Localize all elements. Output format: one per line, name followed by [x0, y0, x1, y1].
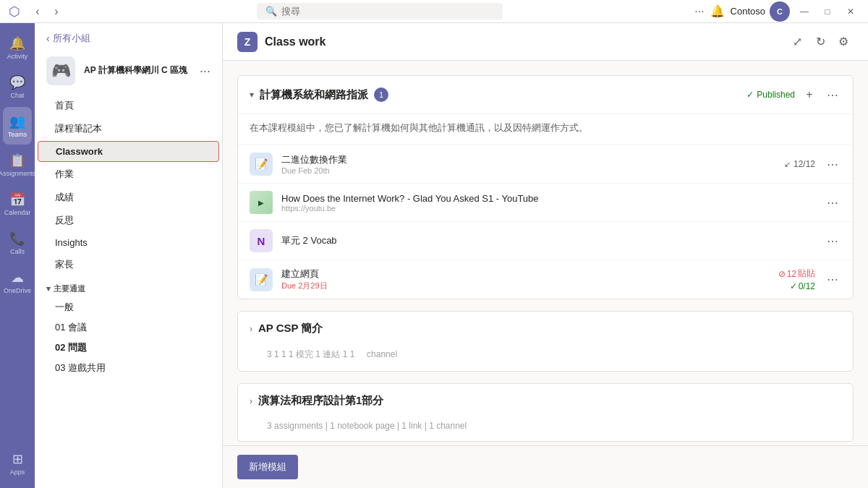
channel-games[interactable]: 03 遊戲共用: [35, 358, 222, 378]
close-btn[interactable]: ✕: [842, 3, 859, 20]
item-1-name[interactable]: 二進位數換作業: [281, 153, 775, 166]
team-more-btn[interactable]: ···: [200, 64, 210, 79]
module-2-header: › AP CSP 簡介: [238, 312, 853, 346]
nav-assignments[interactable]: 📋 Assignments: [3, 146, 32, 184]
nav-calls[interactable]: 📞 Calls: [3, 224, 32, 262]
sidebar-nav-reflection[interactable]: 反思: [38, 210, 219, 231]
settings-icon-btn[interactable]: ⚙: [833, 32, 854, 52]
sidebar-nav-home[interactable]: 首頁: [38, 95, 219, 116]
module-1-more-btn[interactable]: ⋯: [824, 86, 841, 103]
notification-icon[interactable]: 🔔: [710, 4, 725, 18]
item-2-sub: https://youtu.be: [281, 204, 815, 213]
module-3-name: 演算法和程序設計第1部分: [258, 394, 383, 408]
onedrive-icon: ☁: [11, 270, 24, 286]
item-4-ok: ✓ 0/12: [790, 281, 815, 291]
item-3-info: 單元 2 Vocab: [281, 234, 815, 247]
user-area[interactable]: Contoso C: [731, 1, 790, 22]
nav-arrows: ‹ ›: [29, 3, 65, 20]
module-1-add-btn[interactable]: +: [801, 86, 818, 103]
sidebar-nav-insights[interactable]: Insights: [38, 233, 219, 252]
search-input[interactable]: [281, 6, 494, 17]
channel-general[interactable]: 一般: [35, 297, 222, 317]
module-item-link: ▶ How Does the Internet Work? - Glad You…: [238, 184, 853, 222]
assignment-icon: 📝: [250, 153, 273, 176]
back-arrow-btn[interactable]: ‹: [29, 3, 46, 20]
nav-calendar[interactable]: 📅 Calendar: [3, 185, 32, 223]
refresh-icon-btn[interactable]: ↻: [810, 32, 830, 52]
module-1-name: 計算機系統和網路指派: [260, 88, 368, 102]
item-4-meta: ⊘ 12 貼貼 ✓ 0/12: [778, 267, 815, 291]
apps-icon: ⊞: [12, 451, 23, 467]
published-label: Published: [757, 90, 795, 100]
back-icon: ‹: [46, 33, 50, 44]
team-name: AP 計算機科學網川 C 區塊: [84, 65, 187, 77]
calendar-icon: 📅: [9, 192, 25, 207]
item-4-info: 建立網頁 Due 2月29日: [281, 267, 770, 291]
team-icon: 🎮: [46, 56, 75, 85]
item-4-warn: ⊘ 12 貼貼: [778, 267, 815, 280]
checkmark-icon: ✓: [746, 90, 754, 100]
more-options-btn[interactable]: ···: [694, 5, 704, 18]
search-bar: 🔍: [257, 3, 503, 20]
expand-icon-btn[interactable]: ⤢: [787, 32, 807, 52]
channel-meetings[interactable]: 01 會議: [35, 317, 222, 338]
apps-label: Apps: [10, 468, 25, 476]
assignments-label: Assignments: [0, 170, 36, 177]
teams-label: Teams: [8, 131, 27, 138]
item-4-name[interactable]: 建立網頁: [281, 267, 770, 281]
item-2-name[interactable]: How Does the Internet Work? - Glad You A…: [281, 193, 815, 204]
calls-label: Calls: [10, 248, 25, 255]
item-1-sub: Due Feb 20th: [281, 166, 775, 175]
content-tab-bar: Z Class work ⤢ ↻ ⚙: [223, 23, 868, 61]
back-to-teams[interactable]: ‹ 所有小組: [35, 23, 222, 53]
search-icon: 🔍: [265, 6, 277, 17]
assignments-icon: 📋: [9, 153, 25, 168]
module-1-header: ▾ 計算機系統和網路指派 1 ✓ Published + ⋯: [238, 76, 853, 114]
sidebar-nav-grades[interactable]: 成績: [38, 187, 219, 208]
calls-icon: 📞: [9, 231, 25, 247]
nav-activity[interactable]: 🔔 Activity: [3, 29, 32, 67]
nav-onedrive[interactable]: ☁ OneDrive: [3, 263, 32, 301]
item-1-menu-btn[interactable]: ⋯: [824, 155, 841, 173]
module-item-notebook: N 單元 2 Vocab ⋯: [238, 222, 853, 260]
module-1-toggle[interactable]: ▾: [250, 90, 254, 100]
chat-icon: 💬: [9, 74, 25, 90]
sidebar-nav-assignments[interactable]: 作業: [38, 163, 219, 185]
username-label: Contoso: [731, 6, 765, 17]
module-3-header: › 演算法和程序設計第1部分: [238, 384, 853, 418]
activity-icon: 🔔: [9, 35, 25, 51]
item-3-name[interactable]: 單元 2 Vocab: [281, 234, 815, 247]
module-1-desc: 在本課程模組中，您已了解計算機如何與其他計算機通訊，以及因特網運作方式。: [238, 114, 853, 145]
item-2-menu-btn[interactable]: ⋯: [824, 194, 841, 211]
nav-teams[interactable]: 👥 Teams: [3, 107, 32, 145]
channel-topics[interactable]: 02 問題: [35, 338, 222, 358]
item-3-menu-btn[interactable]: ⋯: [824, 232, 841, 249]
webpage-icon: 📝: [250, 268, 273, 291]
teams-nav-icon: 👥: [9, 114, 25, 129]
item-1-info: 二進位數換作業 Due Feb 20th: [281, 153, 775, 175]
link-thumbnail: ▶: [250, 191, 273, 214]
module-2-summary: 3 1 1 1 模完 1 連結 1 1 channel: [238, 346, 853, 371]
ok-icon: ✓: [790, 281, 797, 291]
module-2: › AP CSP 簡介 3 1 1 1 模完 1 連結 1 1 channel: [237, 311, 854, 372]
teams-logo-icon: ⬡: [9, 4, 20, 20]
back-label: 所有小組: [53, 32, 90, 45]
new-module-btn[interactable]: 新增模組: [237, 455, 298, 479]
nav-apps[interactable]: ⊞ Apps: [3, 445, 32, 482]
sidebar-nav-notebook[interactable]: 課程筆記本: [38, 118, 219, 140]
forward-arrow-btn[interactable]: ›: [48, 3, 65, 20]
minimize-btn[interactable]: —: [796, 3, 813, 20]
chat-label: Chat: [10, 92, 24, 99]
sidebar-nav-parents[interactable]: 家長: [38, 254, 219, 275]
item-4-menu-btn[interactable]: ⋯: [824, 271, 841, 288]
tab-logo: Z: [237, 32, 258, 52]
maximize-btn[interactable]: □: [819, 3, 836, 20]
count-arrow-icon: ↙: [784, 160, 791, 169]
item-1-count: ↙ 12/12: [784, 159, 815, 169]
nav-chat[interactable]: 💬 Chat: [3, 68, 32, 106]
content-title: Class work: [265, 35, 326, 48]
sidebar-nav-classwork[interactable]: Classwork: [38, 141, 219, 162]
nav-rail: 🔔 Activity 💬 Chat 👥 Teams 📋 Assignments …: [0, 23, 35, 488]
module-3-toggle[interactable]: ›: [250, 396, 252, 406]
module-2-toggle[interactable]: ›: [250, 324, 252, 334]
